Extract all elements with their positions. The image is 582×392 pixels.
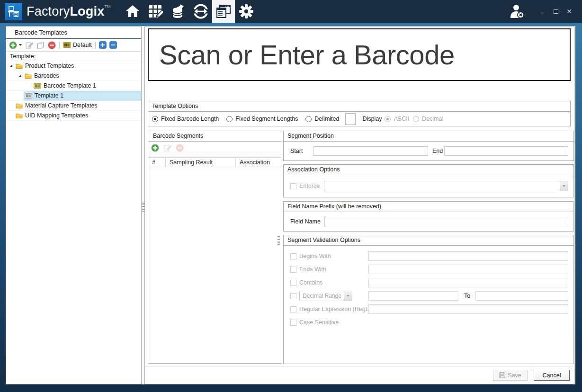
nav-sync-button[interactable] — [189, 0, 212, 23]
fixed-barcode-length-radio[interactable] — [152, 116, 158, 122]
ascii-radio[interactable] — [385, 116, 391, 122]
tree-label: Template 1 — [35, 92, 63, 99]
enforce-combobox[interactable] — [324, 181, 568, 191]
maximize-button[interactable] — [552, 7, 560, 16]
tree-item-uid-mapping-templates[interactable]: UID Mapping Templates — [6, 111, 141, 121]
save-button[interactable]: Save — [493, 370, 528, 381]
cancel-button[interactable]: Cancel — [534, 370, 570, 381]
range-to-input[interactable] — [475, 291, 568, 301]
tree-item-template-1[interactable]: Template 1 — [6, 91, 141, 101]
remove-segment-button[interactable] — [176, 144, 184, 152]
template-options-panel: Template Options Fixed Barcode Length Fi… — [148, 101, 571, 126]
remove-template-button[interactable] — [48, 41, 56, 49]
case-sensitive-checkbox[interactable] — [290, 320, 296, 326]
segment-position-title: Segment Position — [284, 131, 573, 142]
decimal-label: Decimal — [422, 116, 443, 122]
range-type-combobox[interactable]: Decimal Range — [299, 291, 352, 301]
field-name-prefix-panel: Field Name Prefix (will be removed) Fiel… — [283, 201, 574, 232]
nav-home-button[interactable] — [121, 0, 144, 23]
ends-with-input[interactable] — [368, 265, 568, 274]
enforce-checkbox[interactable] — [290, 183, 296, 189]
expander-icon[interactable] — [7, 64, 15, 67]
range-from-input[interactable] — [368, 291, 458, 301]
brand-logix: Logix — [70, 4, 104, 18]
display-label: Display — [362, 116, 382, 122]
tree-item-barcodes[interactable]: Barcodes — [6, 71, 141, 81]
ends-with-checkbox[interactable] — [290, 267, 296, 273]
dropdown-button[interactable] — [560, 181, 568, 191]
range-checkbox[interactable] — [290, 293, 296, 299]
copy-template-button[interactable] — [36, 41, 45, 49]
enforce-label: Enforce — [299, 183, 320, 189]
contains-input[interactable] — [368, 278, 568, 287]
main-nav — [121, 0, 258, 23]
expand-all-button[interactable] — [99, 41, 107, 49]
tree-item-barcode-template-1[interactable]: Barcode Template 1 — [6, 81, 141, 91]
nav-settings-button[interactable] — [235, 0, 258, 23]
barcode-scan-input[interactable]: Scan or Enter a Barcode — [148, 28, 571, 81]
fixed-segment-lengths-radio[interactable] — [226, 116, 233, 122]
nav-templates-button[interactable] — [212, 0, 235, 23]
edit-template-button[interactable] — [25, 41, 33, 49]
segments-table-body[interactable] — [148, 167, 282, 363]
fixed-segment-lengths-label: Fixed Segment Lengths — [235, 116, 298, 122]
tree-label: Product Templates — [25, 62, 74, 69]
barcode-templates-sidebar: Barcode Templates — [6, 26, 142, 384]
segment-validation-title: Segment Validation Options — [284, 235, 573, 246]
add-circle-icon — [9, 41, 17, 49]
segment-validation-panel: Segment Validation Options Begins With E… — [283, 235, 574, 364]
column-sampling-result[interactable]: Sampling Result — [166, 158, 236, 167]
minimize-button[interactable]: – — [538, 7, 547, 16]
decimal-radio[interactable] — [413, 116, 419, 122]
delimited-radio[interactable] — [305, 116, 312, 122]
start-input[interactable] — [313, 146, 428, 156]
regex-input[interactable] — [368, 304, 568, 314]
nav-production-button[interactable] — [144, 0, 167, 23]
tree-item-material-capture-templates[interactable]: Material Capture Templates — [6, 101, 141, 111]
dropdown-button[interactable] — [344, 291, 352, 301]
add-template-dropdown-icon[interactable] — [19, 44, 22, 46]
home-icon — [125, 4, 140, 18]
edit-segment-button[interactable] — [163, 144, 171, 152]
expander-icon[interactable] — [16, 74, 24, 77]
nav-materials-button[interactable] — [167, 0, 189, 23]
ends-with-label: Ends With — [299, 266, 368, 273]
add-segment-button[interactable] — [151, 144, 159, 152]
save-label: Save — [508, 372, 521, 379]
barcode-segments-title: Barcode Segments — [148, 131, 282, 142]
column-association[interactable]: Association — [236, 158, 282, 167]
close-button[interactable]: ✕ — [565, 7, 573, 16]
begins-with-input[interactable] — [368, 251, 568, 261]
column-number[interactable]: # — [148, 158, 166, 167]
add-template-button[interactable] — [9, 41, 22, 49]
fixed-barcode-length-label: Fixed Barcode Length — [161, 116, 219, 122]
default-template-button[interactable]: Default — [63, 42, 92, 48]
segments-toolbar — [148, 142, 282, 154]
barcode-icon — [63, 42, 71, 48]
edit-icon — [25, 41, 33, 49]
app-window: FactoryLogixTM — [0, 0, 582, 392]
regex-row: Regular Expression (RegEx): — [284, 303, 573, 316]
user-logout-button[interactable] — [510, 4, 525, 18]
template-options-row: Fixed Barcode Length Fixed Segment Lengt… — [148, 112, 570, 126]
end-label: End — [432, 148, 444, 154]
association-options-panel: Association Options Enforce — [283, 164, 574, 197]
end-input[interactable] — [444, 146, 568, 156]
window-controls: – ✕ — [538, 7, 573, 16]
tree-label: Barcodes — [34, 72, 59, 79]
segments-splitter[interactable] — [278, 236, 280, 245]
expand-all-icon — [99, 41, 107, 49]
collapse-all-icon — [109, 41, 117, 49]
field-name-input[interactable] — [324, 217, 568, 226]
delimiter-input[interactable] — [345, 113, 356, 125]
regex-checkbox[interactable] — [290, 306, 296, 312]
ends-with-row: Ends With — [284, 263, 573, 276]
contains-checkbox[interactable] — [290, 280, 296, 286]
begins-with-checkbox[interactable] — [290, 253, 296, 259]
association-options-title: Association Options — [284, 165, 573, 175]
sync-icon — [193, 3, 209, 19]
collapse-all-button[interactable] — [109, 41, 117, 49]
sidebar-splitter[interactable] — [142, 203, 144, 212]
to-label: To — [464, 293, 470, 299]
tree-item-product-templates[interactable]: Product Templates — [6, 61, 141, 71]
